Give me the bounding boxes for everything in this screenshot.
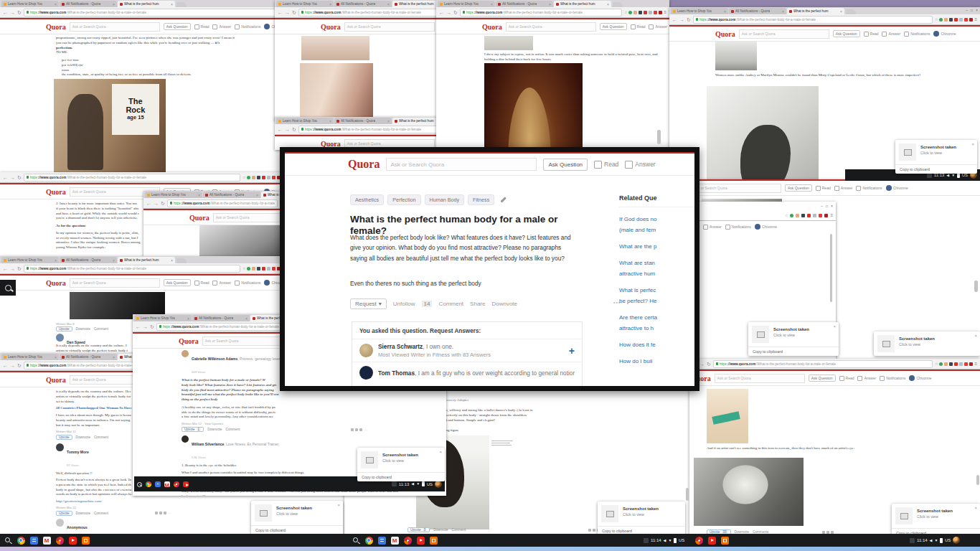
search-input[interactable]: Ask or Search Quora xyxy=(386,158,537,171)
tab-close-icon[interactable]: × xyxy=(55,2,57,6)
copy-to-clipboard-button[interactable]: Copy to clipboard xyxy=(748,347,839,356)
ask-question-button[interactable]: Ask Question xyxy=(543,159,588,171)
extension-icon[interactable] xyxy=(262,176,265,179)
new-tab-button[interactable] xyxy=(176,2,187,7)
url-omnibox[interactable]: https://www.quora.com/What-is-the-perfec… xyxy=(460,9,622,17)
screenshot-notification[interactable]: Screenshot taken Click to view × Copy to… xyxy=(892,504,980,537)
comment-button[interactable]: Comment xyxy=(94,435,108,439)
tab[interactable]: All Notifications - Quora× xyxy=(334,1,392,7)
tab[interactable]: All Notifications - Quora× xyxy=(203,192,260,198)
share-button[interactable]: Share xyxy=(470,301,485,307)
tab-close-icon[interactable]: × xyxy=(171,2,173,6)
unfollow-button[interactable]: Unfollow xyxy=(393,301,415,307)
avatar[interactable] xyxy=(182,435,189,443)
facebook-share-icon[interactable] xyxy=(351,428,354,431)
answer-menu-item[interactable]: Answer xyxy=(212,24,231,29)
related-question-links-line[interactable]: Are there certa xyxy=(619,312,699,323)
related-question-links-line[interactable]: If God does no xyxy=(619,214,699,225)
quora-logo[interactable]: Quora xyxy=(46,188,66,196)
notification-count-box[interactable] xyxy=(392,481,397,486)
extension-icon[interactable] xyxy=(824,214,828,217)
related-question-links-line[interactable]: attractive to h xyxy=(619,323,699,334)
extension-icon[interactable] xyxy=(659,11,662,14)
new-tab-button[interactable] xyxy=(613,2,623,7)
back-button[interactable]: ← xyxy=(3,175,8,180)
minimize-icon[interactable]: – xyxy=(966,8,968,12)
browser-menu-icon[interactable]: ≡ xyxy=(974,362,977,366)
reload-button[interactable]: ↻ xyxy=(292,127,296,132)
tab[interactable]: All Notifications - Quora× xyxy=(192,315,250,321)
close-icon[interactable]: × xyxy=(971,142,974,146)
tab-close-icon[interactable]: × xyxy=(245,316,248,321)
docs-shelf-icon[interactable] xyxy=(155,481,161,487)
system-tray[interactable]: 11:14◀▼US xyxy=(910,534,960,547)
tab-close-icon[interactable]: × xyxy=(113,258,115,263)
close-icon[interactable]: × xyxy=(974,506,977,510)
related-question-links-line[interactable]: be perfect? He xyxy=(619,296,699,306)
author-name[interactable]: Gabrielle Wilkinson Adams xyxy=(192,357,237,361)
read-menu-item[interactable]: Read xyxy=(816,186,831,191)
related-question-links-line[interactable]: What are stan xyxy=(619,258,699,268)
photos-shelf-icon[interactable] xyxy=(56,537,64,545)
quora-search-input[interactable]: Ask or Search Quora xyxy=(739,29,829,39)
reload-button[interactable]: ↻ xyxy=(17,363,22,368)
forward-button[interactable]: → xyxy=(10,10,15,15)
scrollbar[interactable] xyxy=(976,475,979,485)
tab[interactable]: Learn How to Shop You× xyxy=(1,257,59,263)
extension-icon[interactable] xyxy=(639,11,642,14)
bookmark-star-icon[interactable]: ☆ xyxy=(935,362,938,366)
docs-shelf-icon[interactable] xyxy=(378,537,386,545)
reload-button[interactable]: ↻ xyxy=(687,17,691,22)
facebook-share-icon[interactable] xyxy=(822,531,825,534)
ask-question-button[interactable]: Ask Question xyxy=(164,279,191,286)
photos-shelf-icon[interactable] xyxy=(695,537,703,545)
reload-button[interactable]: ↻ xyxy=(17,10,22,15)
browser-menu-icon[interactable]: ≡ xyxy=(664,10,666,14)
related-question-links-line[interactable]: How does it fe xyxy=(619,339,699,350)
url-omnibox[interactable]: https://www.quora.com/What-is-the-perfec… xyxy=(167,199,278,207)
extension-icon[interactable] xyxy=(969,362,973,366)
extension-icon[interactable] xyxy=(813,214,816,217)
avatar[interactable] xyxy=(359,344,373,357)
reload-button[interactable]: ↻ xyxy=(453,10,458,15)
forward-button[interactable]: → xyxy=(446,10,451,15)
avatar[interactable] xyxy=(56,443,64,451)
back-button[interactable]: ← xyxy=(3,10,8,15)
url-omnibox[interactable]: https://www.quora.com/What-is-the-perfec… xyxy=(298,9,446,17)
tab-close-icon[interactable]: × xyxy=(607,2,609,6)
answer-menu-item[interactable]: Answer xyxy=(834,186,853,191)
quora-logo[interactable]: Quora xyxy=(189,214,209,222)
answer-menu-item[interactable]: Answer xyxy=(703,225,722,230)
tab-close-icon[interactable]: × xyxy=(329,2,331,6)
extension-icon[interactable] xyxy=(939,362,943,366)
extension-icon[interactable] xyxy=(949,18,953,22)
quora-search-input[interactable]: Ask or Search Quora xyxy=(715,374,805,383)
close-icon[interactable]: × xyxy=(974,334,977,338)
forward-button[interactable]: → xyxy=(154,201,159,206)
avatar[interactable] xyxy=(56,334,64,342)
close-icon[interactable]: × xyxy=(337,503,340,507)
youtube-shelf-icon[interactable] xyxy=(69,537,77,545)
answer-menu-item[interactable]: Answer xyxy=(649,24,667,29)
tab[interactable]: All Notifications - Quora× xyxy=(60,257,117,263)
read-menu-item[interactable]: Read xyxy=(194,281,209,286)
facebook-share-icon[interactable] xyxy=(155,512,158,514)
tab[interactable]: Learn How to Shop You× xyxy=(276,118,334,124)
downvote-button[interactable]: Downvote xyxy=(207,428,222,431)
notification-subtitle[interactable]: Click to view xyxy=(899,342,935,347)
gmail-shelf-icon[interactable] xyxy=(164,481,170,487)
screenshot-notification[interactable]: Screenshot taken Click to view Copy to c… xyxy=(598,501,685,535)
quora-search-input[interactable]: Ask or Search Quora xyxy=(70,22,160,32)
tab[interactable]: What is the perfect hum× xyxy=(118,1,175,7)
tab-close-icon[interactable]: × xyxy=(198,193,200,197)
url-omnibox[interactable]: https://www.quora.com/What-is-the-perfec… xyxy=(24,265,240,273)
upvote-button[interactable]: Upvote xyxy=(56,326,72,331)
extension-icon[interactable] xyxy=(819,214,822,217)
reload-button[interactable]: ↻ xyxy=(707,362,711,367)
tab-close-icon[interactable]: × xyxy=(549,2,551,6)
twitter-share-icon[interactable] xyxy=(826,531,829,534)
tab-close-icon[interactable]: × xyxy=(782,9,784,14)
photos-shelf-icon[interactable] xyxy=(174,481,179,487)
tab[interactable]: All Notifications - Quora× xyxy=(334,118,392,124)
copy-to-clipboard-button[interactable]: Copy to clipboard xyxy=(895,164,977,174)
